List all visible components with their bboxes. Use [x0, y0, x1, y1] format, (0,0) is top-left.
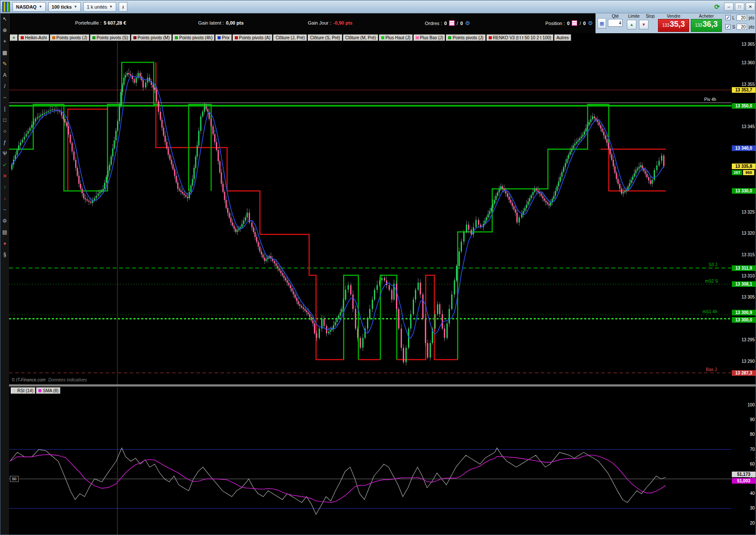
svg-text:Bas J: Bas J	[706, 367, 717, 372]
rsi-chart[interactable]	[9, 387, 731, 535]
price-badge: 13 300,0	[732, 317, 756, 323]
instrument-selector[interactable]: NASDAQ ▼	[13, 2, 46, 12]
buy-order-icon[interactable]: ▲	[627, 20, 636, 29]
gain-jour-value: -0,90 pts	[333, 20, 353, 25]
cursor-tool-icon[interactable]: ↖	[0, 13, 9, 25]
indicator-tab[interactable]: Clôture (J, Pré)	[273, 35, 307, 41]
indicator-tabs-row: + Heikin-AshiPoints pivots (J)Points piv…	[9, 33, 756, 42]
confirm-icon[interactable]: ✓	[0, 159, 9, 170]
rsi-midline-label: 50	[10, 476, 19, 482]
grid-tool-icon[interactable]: ▦	[0, 47, 9, 58]
sync-icon[interactable]: ⟳	[714, 3, 720, 11]
stop-order-tab[interactable]: Stop	[643, 14, 657, 19]
units-label: 1 k unités	[87, 4, 107, 9]
gain-jour-info: Gain Jour : -0,90 pts	[308, 20, 352, 25]
qty-input[interactable]	[608, 19, 623, 27]
indicator-tab[interactable]: Points pivots (S)	[90, 35, 130, 41]
svg-text:Piv 4h: Piv 4h	[704, 97, 716, 102]
rsi-axis[interactable]: 100908070605040302051,17351,003	[731, 387, 756, 535]
price-badge: 13 287,3	[732, 370, 756, 376]
long-stop-input[interactable]	[737, 15, 747, 21]
sma-color-swatch	[38, 389, 41, 392]
indicator-tab[interactable]: Points pivots (J)	[446, 35, 485, 41]
long-label: L	[732, 16, 735, 20]
orders-gear-icon[interactable]: ⚙	[465, 21, 470, 25]
indicator-color-swatch	[416, 36, 419, 39]
indicator-color-swatch	[218, 36, 221, 39]
price-badge: 13 335,8	[732, 164, 756, 169]
minimize-button[interactable]: –	[724, 3, 734, 11]
position-gear-icon[interactable]: ⚙	[588, 21, 593, 25]
position-count: 0	[567, 21, 569, 26]
order-book-icon[interactable]: ▦	[598, 18, 606, 28]
section-icon[interactable]: §	[0, 249, 9, 260]
orders-label: Ordres :	[425, 21, 442, 26]
limit-order-tab[interactable]: Limite	[625, 14, 642, 19]
list-icon[interactable]: ▤	[0, 227, 9, 238]
price-tick-label: 13 320	[741, 231, 755, 236]
ellipse-tool-icon[interactable]: ○	[0, 126, 9, 137]
indicator-tab[interactable]: Points pivots (M)	[131, 35, 172, 41]
position-label: Position :	[545, 21, 565, 26]
indicator-color-swatch	[489, 36, 492, 39]
indicator-tab[interactable]: Plus Bas (J)	[414, 35, 446, 41]
watermark: © IT-Finance.comDonnées indicatives	[12, 378, 87, 382]
pencil-tool-icon[interactable]: ✎	[0, 58, 9, 69]
buy-arrow-icon[interactable]: ↑	[0, 182, 9, 193]
indicator-tab[interactable]: RENKO V3 (t t t 50 10 2 t 100)	[487, 35, 554, 41]
rsi-tick-label: 40	[750, 491, 755, 496]
panel-splitter[interactable]	[9, 384, 756, 387]
maximize-button[interactable]: □	[735, 3, 744, 11]
zoom-tool-icon[interactable]: ⊕	[0, 25, 9, 36]
indicator-tab[interactable]: Points pivots (4h)	[173, 35, 215, 41]
indicator-tab[interactable]: Points pivots (J)	[50, 35, 89, 41]
portfolio-value: 5 607,28 €	[104, 20, 126, 25]
rsi-indicator-tab[interactable]: RSI (14)	[11, 387, 35, 394]
hline-tool-icon[interactable]: −	[0, 92, 9, 103]
indicator-tab[interactable]: Clôture (M, Pré)	[343, 35, 378, 41]
buy-button[interactable]: 133 36,3	[691, 19, 722, 32]
rsi-tick-label: 60	[750, 462, 755, 466]
close-button[interactable]: ✕	[746, 3, 755, 11]
sma-indicator-tab[interactable]: SMA (8)	[36, 387, 60, 394]
sell-arrow-icon[interactable]: ↓	[0, 193, 9, 204]
sell-button[interactable]: 133 35,3	[658, 19, 689, 32]
indicator-tab[interactable]: Clôture (S, Pré)	[308, 35, 342, 41]
short-stop-checkbox[interactable]: ✓	[725, 24, 731, 29]
indicator-tab[interactable]: Plus Haut (J)	[379, 35, 413, 41]
indicator-tab[interactable]: Heikin-Ashi	[19, 35, 49, 41]
trendline-tool-icon[interactable]: /	[0, 81, 9, 92]
price-axis[interactable]: 13 36513 36013 35513 34513 32513 32013 3…	[731, 42, 756, 384]
short-stop-input[interactable]	[737, 24, 747, 30]
orders-count: 0	[444, 21, 447, 26]
vline-tool-icon[interactable]: |	[0, 103, 9, 114]
gain-latent-value: 0,00 pts	[226, 20, 244, 25]
rect-tool-icon[interactable]: □	[0, 114, 9, 126]
price-badge: 13 308,1	[732, 281, 756, 287]
settings-icon[interactable]: ⚙	[0, 215, 9, 227]
sell-order-icon[interactable]: ▼	[639, 20, 648, 29]
long-stop-checkbox[interactable]: ✓	[725, 15, 731, 20]
fibonacci-tool-icon[interactable]: ƒ	[0, 137, 9, 148]
timeframe-selector[interactable]: 100 ticks ▼	[48, 2, 81, 12]
price-badge: 13 353,7	[732, 87, 756, 93]
price-tick-label: 13 355	[741, 82, 755, 87]
orders-table-icon[interactable]	[449, 20, 455, 26]
price-chart[interactable]: Piv 4hS3 JmS2 SmS1 4hBas J	[9, 42, 731, 384]
units-selector[interactable]: 1 k unités ▼	[83, 2, 116, 12]
info-button[interactable]: i	[119, 2, 127, 12]
add-indicator-button[interactable]: +	[10, 35, 18, 41]
rsi-tick-label: 30	[750, 506, 755, 510]
delete-icon[interactable]: ✕	[0, 170, 9, 182]
indicator-tab[interactable]: Autres	[554, 35, 571, 41]
indicator-tab[interactable]: Prix	[215, 35, 231, 41]
orders-info: Ordres : 0 / 0 ⚙	[425, 20, 470, 26]
wave-tool-icon[interactable]: ~	[0, 204, 9, 215]
indicator-color-swatch	[448, 36, 451, 39]
position-table-icon[interactable]	[572, 20, 577, 26]
indicator-tab[interactable]: Points pivots (A)	[233, 35, 273, 41]
text-tool-icon[interactable]: A	[0, 69, 9, 81]
crosshair-tool-icon[interactable]: +	[0, 36, 9, 47]
pitchfork-tool-icon[interactable]: Ψ	[0, 148, 9, 159]
record-icon[interactable]: ●	[0, 238, 9, 249]
